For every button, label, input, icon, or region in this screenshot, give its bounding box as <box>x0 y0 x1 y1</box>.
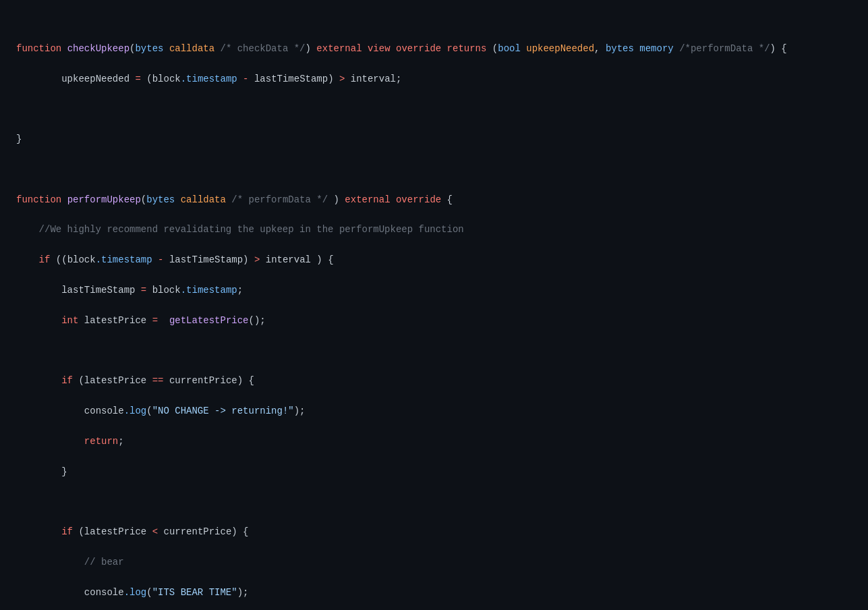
code-line-5 <box>16 162 852 177</box>
code-line-3 <box>16 101 852 116</box>
code-line-10: int latestPrice = getLatestPrice(); <box>16 313 852 328</box>
code-line-17: if (latestPrice < currentPrice) { <box>16 524 852 539</box>
code-line-1: function checkUpkeep(bytes calldata /* c… <box>16 41 852 56</box>
code-line-18: // bear <box>16 555 852 570</box>
code-line-6: function performUpkeep(bytes calldata /*… <box>16 192 852 207</box>
code-editor: function checkUpkeep(bytes calldata /* c… <box>0 0 868 610</box>
code-line-4: } <box>16 132 852 146</box>
code-line-7: //We highly recommend revalidating the u… <box>16 222 852 237</box>
code-line-14: return; <box>16 434 852 449</box>
code-line-16 <box>16 495 852 509</box>
code-line-19: console.log("ITS BEAR TIME"); <box>16 585 852 600</box>
code-line-9: lastTimeStamp = block.timestamp; <box>16 283 852 298</box>
code-line-2: upkeepNeeded = (block.timestamp - lastTi… <box>16 72 852 86</box>
code-line-13: console.log("NO CHANGE -> returning!"); <box>16 404 852 418</box>
code-line-12: if (latestPrice == currentPrice) { <box>16 373 852 388</box>
code-line-15: } <box>16 464 852 479</box>
code-line-8: if ((block.timestamp - lastTimeStamp) > … <box>16 252 852 267</box>
code-line-11 <box>16 343 852 358</box>
